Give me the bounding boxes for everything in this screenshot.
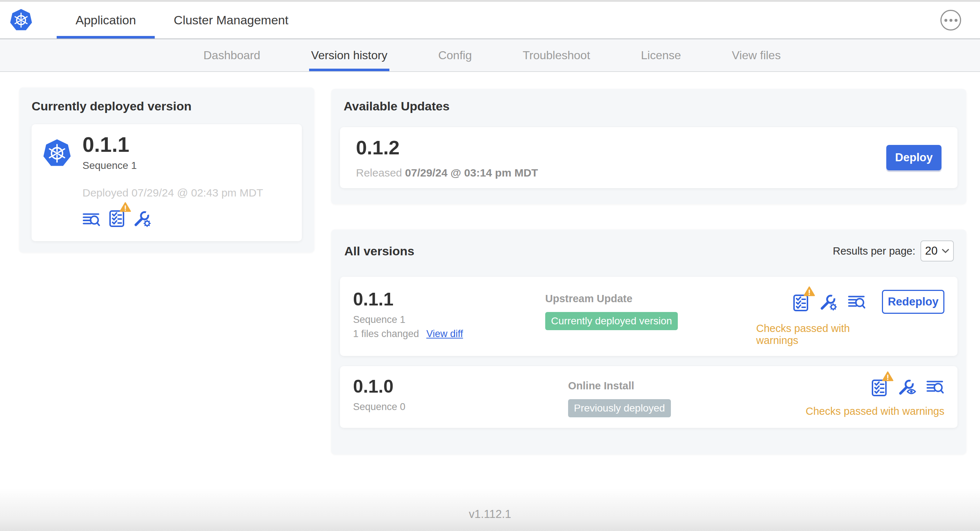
row-sequence: Sequence 1 bbox=[353, 314, 545, 326]
deployed-sequence: Sequence 1 bbox=[83, 160, 263, 172]
chevron-down-icon bbox=[942, 249, 949, 253]
warning-triangle-icon bbox=[803, 286, 815, 296]
all-versions-panel: All versions Results per page: 20 0.1.1 … bbox=[331, 229, 966, 455]
view-diff-link[interactable]: View diff bbox=[426, 328, 463, 340]
tab-cluster-management[interactable]: Cluster Management bbox=[155, 2, 307, 38]
all-versions-title: All versions bbox=[344, 244, 414, 258]
deployed-timestamp: Deployed 07/29/24 @ 02:43 pm MDT bbox=[83, 187, 263, 199]
view-config-icon[interactable] bbox=[898, 378, 916, 396]
version-row: 0.1.0 Sequence 0 Online Install Previous… bbox=[340, 366, 958, 428]
row-version-number: 0.1.0 bbox=[353, 377, 568, 396]
status-badge: Previously deployed bbox=[568, 399, 671, 417]
warning-triangle-icon bbox=[119, 202, 131, 212]
view-logs-icon[interactable] bbox=[926, 379, 944, 395]
status-badge: Currently deployed version bbox=[545, 312, 678, 330]
header-tabs: Application Cluster Management bbox=[57, 2, 307, 38]
currently-deployed-panel: Currently deployed version 0.1.1 Sequenc… bbox=[19, 87, 314, 253]
edit-config-icon[interactable] bbox=[133, 209, 151, 227]
kubernetes-logo bbox=[10, 2, 33, 38]
app-header: Application Cluster Management bbox=[0, 2, 980, 38]
preflight-checks-icon[interactable] bbox=[108, 208, 125, 227]
row-source-label: Upstream Update bbox=[545, 293, 756, 305]
kubernetes-version-icon bbox=[43, 138, 72, 169]
available-updates-panel: Available Updates 0.1.2 Released 07/29/2… bbox=[331, 89, 966, 204]
tab-troubleshoot[interactable]: Troubleshoot bbox=[520, 39, 592, 71]
update-version-number: 0.1.2 bbox=[356, 136, 538, 159]
deploy-button[interactable]: Deploy bbox=[886, 145, 942, 170]
deployed-version-card: 0.1.1 Sequence 1 Deployed 07/29/24 @ 02:… bbox=[32, 124, 302, 241]
tab-view-files[interactable]: View files bbox=[730, 39, 783, 71]
tab-config[interactable]: Config bbox=[436, 39, 474, 71]
view-logs-icon[interactable] bbox=[848, 294, 866, 310]
preflight-checks-icon[interactable] bbox=[871, 377, 888, 397]
tab-version-history[interactable]: Version history bbox=[309, 39, 390, 71]
update-released-timestamp: Released 07/29/24 @ 03:14 pm MDT bbox=[356, 167, 538, 179]
ellipsis-icon bbox=[944, 19, 947, 22]
edit-config-icon[interactable] bbox=[819, 293, 838, 311]
row-version-number: 0.1.1 bbox=[353, 290, 545, 309]
preflight-result-text: Checks passed with warnings bbox=[756, 323, 872, 347]
preflight-result-text: Checks passed with warnings bbox=[806, 405, 944, 417]
app-subnav: Dashboard Version history Config Trouble… bbox=[0, 38, 980, 72]
update-card: 0.1.2 Released 07/29/24 @ 03:14 pm MDT D… bbox=[340, 127, 958, 188]
view-logs-icon[interactable] bbox=[83, 211, 100, 227]
tab-application[interactable]: Application bbox=[57, 2, 155, 38]
tab-dashboard[interactable]: Dashboard bbox=[201, 39, 262, 71]
admin-console-page: Application Cluster Management Dashboard… bbox=[0, 0, 980, 531]
console-version: v1.112.1 bbox=[469, 508, 511, 521]
results-per-page-select[interactable]: 20 bbox=[920, 240, 954, 261]
redeploy-button[interactable]: Redeploy bbox=[882, 290, 944, 314]
row-sequence: Sequence 0 bbox=[353, 401, 568, 413]
version-row: 0.1.1 Sequence 1 1 files changed View di… bbox=[340, 277, 958, 356]
available-updates-title: Available Updates bbox=[344, 99, 958, 113]
ellipsis-menu-button[interactable] bbox=[940, 10, 961, 30]
warning-triangle-icon bbox=[882, 371, 894, 382]
deployed-version-number: 0.1.1 bbox=[83, 133, 263, 156]
console-footer: v1.112.1 bbox=[0, 488, 980, 531]
row-source-label: Online Install bbox=[568, 380, 804, 392]
currently-deployed-title: Currently deployed version bbox=[32, 99, 302, 113]
results-per-page-label: Results per page: bbox=[833, 245, 915, 257]
tab-license[interactable]: License bbox=[639, 39, 683, 71]
row-files-changed: 1 files changed bbox=[353, 328, 419, 340]
preflight-checks-icon[interactable] bbox=[792, 292, 809, 312]
